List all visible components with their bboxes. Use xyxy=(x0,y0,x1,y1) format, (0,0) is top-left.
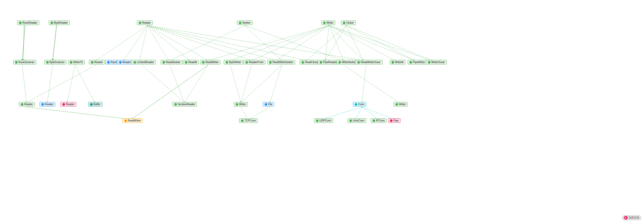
node-writeat[interactable]: WriteAt xyxy=(390,60,405,64)
node-icon xyxy=(301,61,304,64)
node-rand[interactable]: Rand xyxy=(105,60,119,64)
node-unixconn[interactable]: UnixConn xyxy=(348,118,366,123)
node-bytescanner[interactable]: ByteScanner xyxy=(44,60,66,64)
node-sectionreader[interactable]: SectionReader xyxy=(172,102,197,107)
node-readwriteseeker[interactable]: ReadWriteSeeker xyxy=(267,60,295,64)
node-ipconn[interactable]: IPConn xyxy=(371,118,387,123)
watermark: K 创新互联 xyxy=(622,215,641,220)
node-icon xyxy=(395,103,398,106)
svg-line-51 xyxy=(26,65,96,103)
node-icon xyxy=(185,61,187,64)
svg-line-29 xyxy=(346,26,415,60)
node-closer-top[interactable]: Closer xyxy=(341,21,356,25)
node-icon xyxy=(107,61,110,64)
node-icon xyxy=(41,103,44,106)
node-label: RuneReader xyxy=(22,21,37,24)
svg-line-37 xyxy=(241,65,282,103)
svg-line-12 xyxy=(147,26,363,60)
node-writer2[interactable]: Writer xyxy=(394,102,408,107)
node-buffer[interactable]: Buffer xyxy=(88,102,102,107)
svg-line-48 xyxy=(47,65,53,103)
node-seeker-top[interactable]: Seeker xyxy=(237,21,252,25)
svg-line-41 xyxy=(362,65,366,103)
svg-line-16 xyxy=(208,26,329,60)
node-writerto[interactable]: WriterTo xyxy=(68,60,85,64)
svg-line-22 xyxy=(329,26,363,60)
node-icon xyxy=(357,61,360,64)
svg-line-21 xyxy=(329,26,344,60)
node-label: Reader xyxy=(66,103,75,106)
node-writeseeker[interactable]: WriteSeeker xyxy=(336,60,358,64)
svg-line-18 xyxy=(251,26,329,60)
svg-line-24 xyxy=(329,26,415,60)
node-reader-b2[interactable]: Reader xyxy=(39,102,55,107)
node-readseeker[interactable]: ReadSeeker xyxy=(161,60,182,64)
node-icon xyxy=(46,61,49,64)
node-label: WriteCloser xyxy=(431,61,445,64)
node-runescanner[interactable]: RuneScanner xyxy=(13,60,36,64)
node-file[interactable]: File xyxy=(263,102,274,107)
node-icon xyxy=(236,103,238,106)
svg-line-9 xyxy=(147,26,251,60)
svg-line-5 xyxy=(140,26,147,60)
svg-line-6 xyxy=(147,26,169,60)
svg-line-25 xyxy=(329,26,432,60)
node-label: ReadWriter xyxy=(205,61,219,64)
node-reader-top[interactable]: Reader xyxy=(137,21,153,25)
node-readwritecloser[interactable]: ReadWriteCloser xyxy=(355,60,383,64)
node-reader-g2[interactable]: Reader xyxy=(19,102,35,107)
svg-line-23 xyxy=(329,26,395,60)
svg-line-27 xyxy=(325,26,346,60)
diagram-container: RuneReader ByteReader Reader Seeker Writ… xyxy=(0,0,644,223)
node-writecloser[interactable]: WriteCloser xyxy=(426,60,447,64)
svg-line-4 xyxy=(124,26,147,60)
node-pipe[interactable]: Pipe xyxy=(388,118,400,123)
node-pipewriter[interactable]: PipeWriter xyxy=(408,60,427,64)
node-label: Writer xyxy=(399,103,406,106)
node-label: Writer xyxy=(326,21,333,24)
node-reader-p[interactable]: Reader xyxy=(61,102,76,107)
node-reader-g1[interactable]: Reader xyxy=(89,60,105,64)
node-label: WriteSeeker xyxy=(342,61,356,64)
node-limitedreader[interactable]: LimitedReader xyxy=(132,60,156,64)
node-writer-b1[interactable]: Writer xyxy=(234,102,248,107)
svg-line-38 xyxy=(270,65,282,103)
node-bytewriter[interactable]: ByteWriter xyxy=(224,60,243,64)
node-label: UnixConn xyxy=(353,119,364,122)
node-readcloser[interactable]: ReadCloser xyxy=(300,60,321,64)
node-icon xyxy=(70,61,72,64)
node-label: Pipe xyxy=(393,119,399,122)
svg-line-0 xyxy=(22,25,25,60)
node-runereader[interactable]: RuneReader xyxy=(17,21,39,25)
svg-line-36 xyxy=(241,65,251,103)
node-readwriter2[interactable]: ReadWriter xyxy=(122,118,143,123)
node-label: ByteScanner xyxy=(49,61,65,64)
node-writer-top[interactable]: Writer xyxy=(321,21,335,25)
node-icon xyxy=(119,61,122,64)
node-label: ReadSeeker xyxy=(166,61,181,64)
node-label: Reader xyxy=(122,61,131,64)
node-icon xyxy=(19,22,22,24)
node-label: Reader xyxy=(24,103,33,106)
svg-line-1 xyxy=(53,25,57,60)
node-readwriter[interactable]: ReadWriter xyxy=(200,60,220,64)
node-readat[interactable]: ReadAt xyxy=(183,60,199,64)
svg-line-35 xyxy=(230,65,241,103)
node-label: ReadWriteSeeker xyxy=(273,61,293,64)
node-icon xyxy=(15,61,18,64)
node-icon xyxy=(239,22,241,24)
node-icon xyxy=(91,61,93,64)
node-pipereader[interactable]: PipeReader xyxy=(318,60,339,64)
node-reader-b1[interactable]: Reader xyxy=(117,60,133,64)
svg-line-50 xyxy=(75,65,95,103)
node-label: ReaderFrom xyxy=(249,61,264,64)
svg-line-8 xyxy=(147,26,208,60)
svg-line-31 xyxy=(170,65,184,103)
node-tcpconn[interactable]: TCPConn xyxy=(239,118,258,123)
node-icon xyxy=(21,103,23,106)
node-udpconn[interactable]: UDPConn xyxy=(314,118,333,123)
node-readerfrom[interactable]: ReaderFrom xyxy=(244,60,265,64)
node-conn[interactable]: Conn xyxy=(353,102,366,107)
node-bytereader[interactable]: ByteReader xyxy=(49,21,70,25)
node-label: IPConn xyxy=(376,119,385,122)
